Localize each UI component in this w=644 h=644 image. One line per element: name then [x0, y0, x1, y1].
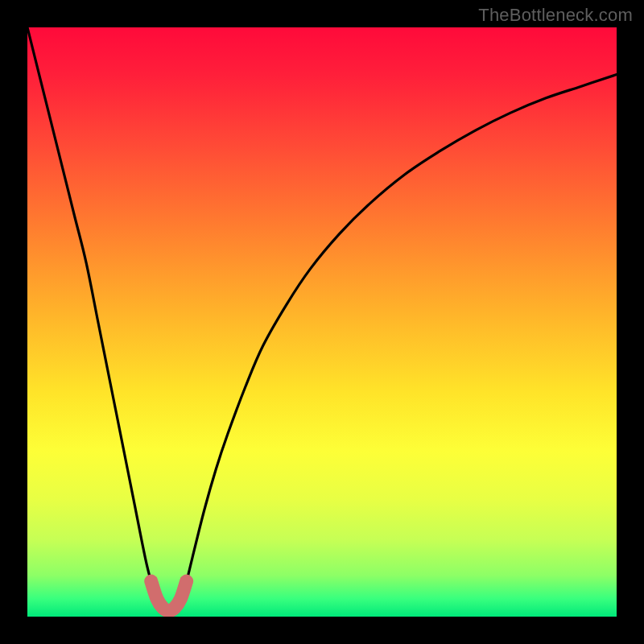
watermark-text: TheBottleneck.com	[478, 5, 633, 26]
bottleneck-minimum-marker	[151, 581, 187, 611]
plot-area	[27, 27, 617, 617]
bottleneck-chart	[27, 27, 617, 617]
chart-frame: TheBottleneck.com	[0, 0, 644, 644]
bottleneck-curve	[27, 27, 617, 611]
